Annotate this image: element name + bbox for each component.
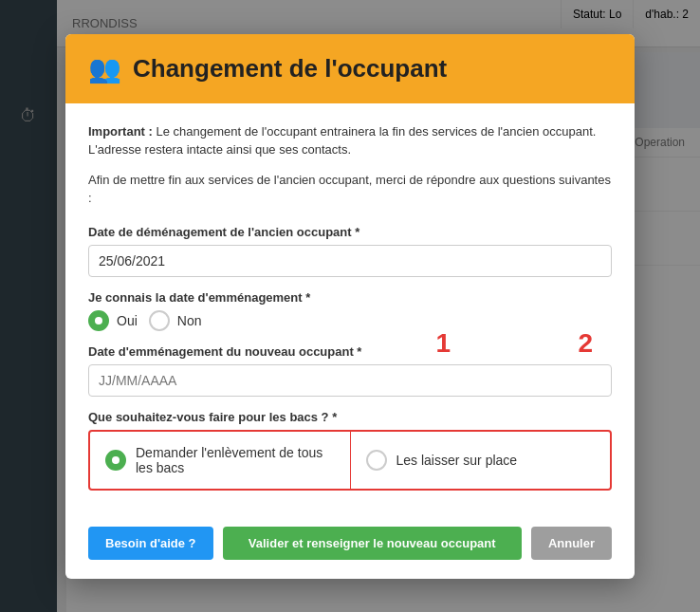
bin-radio-remove[interactable] xyxy=(105,450,126,471)
date-arrival-input[interactable] xyxy=(88,364,612,397)
validate-button[interactable]: Valider et renseigner le nouveau occupan… xyxy=(223,527,522,560)
info-bold: Important : xyxy=(88,124,153,139)
radio-oui-option[interactable]: Oui xyxy=(88,310,138,331)
know-date-radio-group: Oui Non xyxy=(88,310,612,331)
bin-option-keep[interactable]: Les laisser sur place xyxy=(351,432,611,489)
modal-title: Changement de l'occupant xyxy=(133,54,447,83)
radio-oui-circle[interactable] xyxy=(88,310,109,331)
bins-section: Demander l'enlèvement de tous les bacs L… xyxy=(88,430,612,491)
modal-body: Important : Le changement de l'occupant … xyxy=(65,103,635,527)
bin-radio-keep[interactable] xyxy=(366,450,387,471)
date-depart-input[interactable] xyxy=(88,245,612,277)
modal-header: 👥 Changement de l'occupant xyxy=(65,34,635,103)
bin-label-keep: Les laisser sur place xyxy=(396,453,518,468)
know-date-label: Je connais la date d'emménagement * xyxy=(88,290,612,305)
occupant-icon: 👥 xyxy=(88,53,121,84)
bin-option-remove[interactable]: Demander l'enlèvement de tous les bacs xyxy=(90,432,351,489)
info-rest: Le changement de l'occupant entrainera l… xyxy=(88,124,596,158)
radio-non-circle[interactable] xyxy=(149,310,170,331)
radio-non-option[interactable]: Non xyxy=(149,310,202,331)
info-text-1: Important : Le changement de l'occupant … xyxy=(88,122,612,159)
date-depart-label: Date de déménagement de l'ancien occupan… xyxy=(88,225,612,239)
modal-footer: Besoin d'aide ? Valider et renseigner le… xyxy=(65,527,635,579)
bin-label-remove: Demander l'enlèvement de tous les bacs xyxy=(136,445,335,475)
bins-question-label: Que souhaitez-vous faire pour les bacs ?… xyxy=(88,410,612,424)
modal-overlay: 👥 Changement de l'occupant Important : L… xyxy=(0,0,700,612)
help-button[interactable]: Besoin d'aide ? xyxy=(88,527,213,560)
date-arrival-label: Date d'emménagement du nouveau occupant … xyxy=(88,344,612,359)
info-text-2: Afin de mettre fin aux services de l'anc… xyxy=(88,171,612,208)
radio-non-label: Non xyxy=(177,313,202,328)
modal-dialog: 👥 Changement de l'occupant Important : L… xyxy=(65,34,635,579)
radio-oui-label: Oui xyxy=(117,313,138,328)
cancel-button[interactable]: Annuler xyxy=(531,527,612,560)
